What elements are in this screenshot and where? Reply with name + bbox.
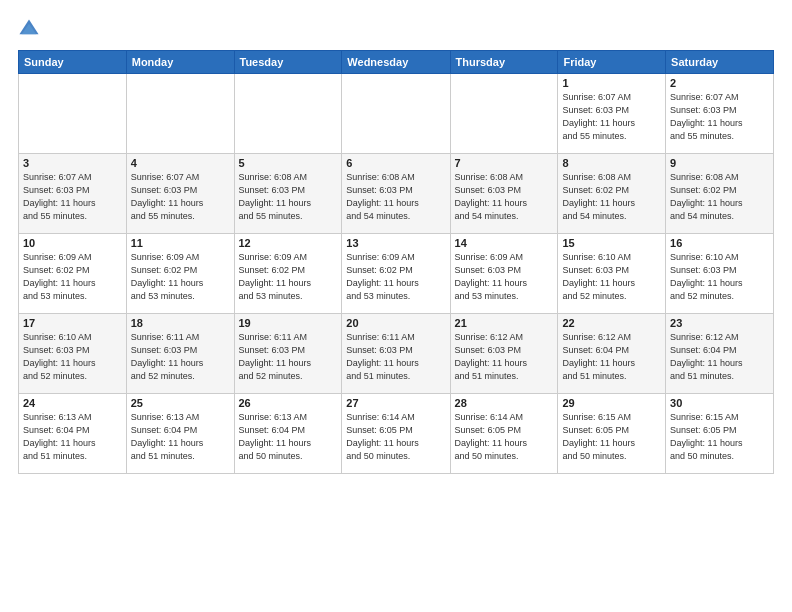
day-info: Sunrise: 6:08 AM Sunset: 6:03 PM Dayligh… (346, 171, 445, 223)
day-number: 27 (346, 397, 445, 409)
day-cell: 3Sunrise: 6:07 AM Sunset: 6:03 PM Daylig… (19, 154, 127, 234)
day-cell (234, 74, 342, 154)
day-cell: 27Sunrise: 6:14 AM Sunset: 6:05 PM Dayli… (342, 394, 450, 474)
day-info: Sunrise: 6:15 AM Sunset: 6:05 PM Dayligh… (670, 411, 769, 463)
weekday-header-monday: Monday (126, 51, 234, 74)
week-row-2: 3Sunrise: 6:07 AM Sunset: 6:03 PM Daylig… (19, 154, 774, 234)
day-cell: 9Sunrise: 6:08 AM Sunset: 6:02 PM Daylig… (666, 154, 774, 234)
week-row-1: 1Sunrise: 6:07 AM Sunset: 6:03 PM Daylig… (19, 74, 774, 154)
day-cell: 23Sunrise: 6:12 AM Sunset: 6:04 PM Dayli… (666, 314, 774, 394)
day-cell: 15Sunrise: 6:10 AM Sunset: 6:03 PM Dayli… (558, 234, 666, 314)
day-info: Sunrise: 6:10 AM Sunset: 6:03 PM Dayligh… (562, 251, 661, 303)
day-cell (450, 74, 558, 154)
day-cell (126, 74, 234, 154)
day-info: Sunrise: 6:12 AM Sunset: 6:04 PM Dayligh… (670, 331, 769, 383)
day-cell: 5Sunrise: 6:08 AM Sunset: 6:03 PM Daylig… (234, 154, 342, 234)
logo (18, 18, 42, 40)
day-info: Sunrise: 6:13 AM Sunset: 6:04 PM Dayligh… (239, 411, 338, 463)
day-cell (19, 74, 127, 154)
day-cell: 28Sunrise: 6:14 AM Sunset: 6:05 PM Dayli… (450, 394, 558, 474)
weekday-header-wednesday: Wednesday (342, 51, 450, 74)
day-cell: 24Sunrise: 6:13 AM Sunset: 6:04 PM Dayli… (19, 394, 127, 474)
day-number: 3 (23, 157, 122, 169)
day-cell: 12Sunrise: 6:09 AM Sunset: 6:02 PM Dayli… (234, 234, 342, 314)
day-number: 6 (346, 157, 445, 169)
day-number: 4 (131, 157, 230, 169)
week-row-5: 24Sunrise: 6:13 AM Sunset: 6:04 PM Dayli… (19, 394, 774, 474)
weekday-header-friday: Friday (558, 51, 666, 74)
day-cell: 8Sunrise: 6:08 AM Sunset: 6:02 PM Daylig… (558, 154, 666, 234)
day-info: Sunrise: 6:12 AM Sunset: 6:03 PM Dayligh… (455, 331, 554, 383)
weekday-header-tuesday: Tuesday (234, 51, 342, 74)
day-cell: 6Sunrise: 6:08 AM Sunset: 6:03 PM Daylig… (342, 154, 450, 234)
day-cell: 14Sunrise: 6:09 AM Sunset: 6:03 PM Dayli… (450, 234, 558, 314)
day-info: Sunrise: 6:08 AM Sunset: 6:03 PM Dayligh… (239, 171, 338, 223)
day-cell: 30Sunrise: 6:15 AM Sunset: 6:05 PM Dayli… (666, 394, 774, 474)
day-cell: 18Sunrise: 6:11 AM Sunset: 6:03 PM Dayli… (126, 314, 234, 394)
day-number: 30 (670, 397, 769, 409)
day-number: 18 (131, 317, 230, 329)
weekday-header-sunday: Sunday (19, 51, 127, 74)
day-cell: 1Sunrise: 6:07 AM Sunset: 6:03 PM Daylig… (558, 74, 666, 154)
day-cell: 20Sunrise: 6:11 AM Sunset: 6:03 PM Dayli… (342, 314, 450, 394)
calendar: SundayMondayTuesdayWednesdayThursdayFrid… (18, 50, 774, 474)
header (18, 18, 774, 40)
day-cell: 25Sunrise: 6:13 AM Sunset: 6:04 PM Dayli… (126, 394, 234, 474)
day-number: 12 (239, 237, 338, 249)
day-number: 28 (455, 397, 554, 409)
day-cell: 11Sunrise: 6:09 AM Sunset: 6:02 PM Dayli… (126, 234, 234, 314)
day-info: Sunrise: 6:07 AM Sunset: 6:03 PM Dayligh… (131, 171, 230, 223)
day-info: Sunrise: 6:08 AM Sunset: 6:03 PM Dayligh… (455, 171, 554, 223)
day-info: Sunrise: 6:15 AM Sunset: 6:05 PM Dayligh… (562, 411, 661, 463)
day-info: Sunrise: 6:13 AM Sunset: 6:04 PM Dayligh… (131, 411, 230, 463)
day-info: Sunrise: 6:11 AM Sunset: 6:03 PM Dayligh… (131, 331, 230, 383)
day-number: 25 (131, 397, 230, 409)
day-info: Sunrise: 6:11 AM Sunset: 6:03 PM Dayligh… (239, 331, 338, 383)
logo-icon (18, 18, 40, 40)
day-info: Sunrise: 6:09 AM Sunset: 6:03 PM Dayligh… (455, 251, 554, 303)
day-number: 20 (346, 317, 445, 329)
day-number: 7 (455, 157, 554, 169)
day-number: 11 (131, 237, 230, 249)
day-info: Sunrise: 6:13 AM Sunset: 6:04 PM Dayligh… (23, 411, 122, 463)
day-cell: 7Sunrise: 6:08 AM Sunset: 6:03 PM Daylig… (450, 154, 558, 234)
week-row-3: 10Sunrise: 6:09 AM Sunset: 6:02 PM Dayli… (19, 234, 774, 314)
day-cell: 19Sunrise: 6:11 AM Sunset: 6:03 PM Dayli… (234, 314, 342, 394)
day-info: Sunrise: 6:07 AM Sunset: 6:03 PM Dayligh… (670, 91, 769, 143)
day-number: 1 (562, 77, 661, 89)
day-number: 19 (239, 317, 338, 329)
day-cell: 17Sunrise: 6:10 AM Sunset: 6:03 PM Dayli… (19, 314, 127, 394)
day-cell: 26Sunrise: 6:13 AM Sunset: 6:04 PM Dayli… (234, 394, 342, 474)
day-number: 2 (670, 77, 769, 89)
logo-text (18, 18, 42, 40)
day-number: 24 (23, 397, 122, 409)
day-info: Sunrise: 6:10 AM Sunset: 6:03 PM Dayligh… (670, 251, 769, 303)
day-number: 8 (562, 157, 661, 169)
day-cell: 10Sunrise: 6:09 AM Sunset: 6:02 PM Dayli… (19, 234, 127, 314)
day-number: 10 (23, 237, 122, 249)
day-cell (342, 74, 450, 154)
day-info: Sunrise: 6:08 AM Sunset: 6:02 PM Dayligh… (562, 171, 661, 223)
day-number: 16 (670, 237, 769, 249)
day-number: 14 (455, 237, 554, 249)
week-row-4: 17Sunrise: 6:10 AM Sunset: 6:03 PM Dayli… (19, 314, 774, 394)
day-cell: 4Sunrise: 6:07 AM Sunset: 6:03 PM Daylig… (126, 154, 234, 234)
day-cell: 16Sunrise: 6:10 AM Sunset: 6:03 PM Dayli… (666, 234, 774, 314)
day-number: 13 (346, 237, 445, 249)
day-cell: 2Sunrise: 6:07 AM Sunset: 6:03 PM Daylig… (666, 74, 774, 154)
day-number: 23 (670, 317, 769, 329)
weekday-header-row: SundayMondayTuesdayWednesdayThursdayFrid… (19, 51, 774, 74)
day-info: Sunrise: 6:14 AM Sunset: 6:05 PM Dayligh… (346, 411, 445, 463)
day-number: 5 (239, 157, 338, 169)
day-number: 29 (562, 397, 661, 409)
weekday-header-saturday: Saturday (666, 51, 774, 74)
day-info: Sunrise: 6:10 AM Sunset: 6:03 PM Dayligh… (23, 331, 122, 383)
day-number: 15 (562, 237, 661, 249)
day-number: 21 (455, 317, 554, 329)
day-number: 26 (239, 397, 338, 409)
day-cell: 29Sunrise: 6:15 AM Sunset: 6:05 PM Dayli… (558, 394, 666, 474)
day-cell: 21Sunrise: 6:12 AM Sunset: 6:03 PM Dayli… (450, 314, 558, 394)
page: SundayMondayTuesdayWednesdayThursdayFrid… (0, 0, 792, 612)
day-cell: 22Sunrise: 6:12 AM Sunset: 6:04 PM Dayli… (558, 314, 666, 394)
day-info: Sunrise: 6:14 AM Sunset: 6:05 PM Dayligh… (455, 411, 554, 463)
